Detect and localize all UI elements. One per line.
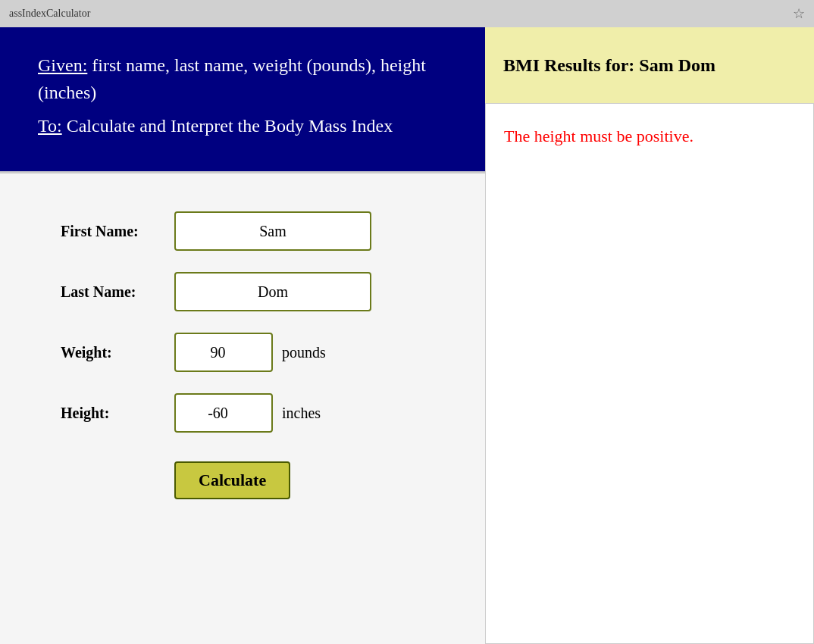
results-header: BMI Results for: Sam Dom (485, 27, 814, 103)
results-title: BMI Results for: Sam Dom (503, 55, 715, 76)
error-message: The height must be positive. (504, 127, 693, 145)
height-input[interactable] (174, 393, 273, 433)
last-name-row: Last Name: (61, 272, 447, 311)
browser-title: assIndexCalculator (9, 8, 90, 20)
left-panel: Given: first name, last name, weight (po… (0, 27, 485, 644)
last-name-input[interactable] (174, 272, 371, 311)
weight-row: Weight: pounds (61, 333, 447, 372)
calculate-button[interactable]: Calculate (174, 461, 290, 499)
right-panel: BMI Results for: Sam Dom The height must… (485, 27, 814, 644)
height-unit: inches (282, 405, 321, 422)
to-prefix: To: (38, 116, 62, 136)
header-to: To: Calculate and Interpret the Body Mas… (38, 112, 462, 139)
last-name-label: Last Name: (61, 283, 174, 301)
first-name-input[interactable] (174, 211, 371, 251)
weight-label: Weight: (61, 344, 174, 361)
given-prefix: Given: (38, 55, 87, 75)
star-icon[interactable]: ☆ (793, 5, 805, 22)
weight-input[interactable] (174, 333, 273, 372)
height-row: Height: inches (61, 393, 447, 433)
form-section: First Name: Last Name: Weight: pounds He… (0, 171, 485, 644)
header-given: Given: first name, last name, weight (po… (38, 52, 462, 106)
first-name-row: First Name: (61, 211, 447, 251)
height-label: Height: (61, 405, 174, 422)
header-box: Given: first name, last name, weight (po… (0, 27, 485, 171)
weight-unit: pounds (282, 344, 326, 361)
browser-bar: assIndexCalculator ☆ (0, 0, 814, 27)
first-name-label: First Name: (61, 223, 174, 240)
results-body: The height must be positive. (485, 103, 814, 644)
to-text: Calculate and Interpret the Body Mass In… (62, 116, 393, 136)
given-text: first name, last name, weight (pounds), … (38, 55, 426, 102)
